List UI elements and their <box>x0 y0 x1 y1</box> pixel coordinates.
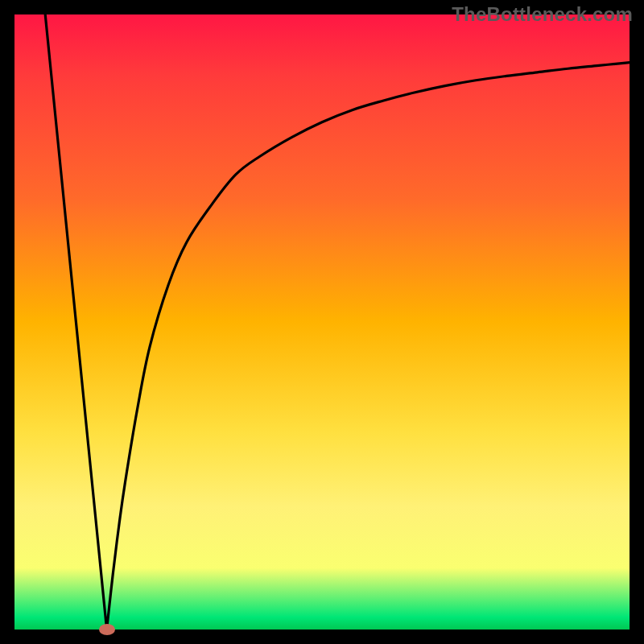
gradient-plot-area <box>14 14 630 630</box>
bottleneck-curve <box>14 14 630 630</box>
watermark-text: TheBottleneck.com <box>452 3 633 26</box>
chart-frame: TheBottleneck.com <box>0 0 644 644</box>
curve-path <box>45 14 630 630</box>
optimum-marker <box>99 624 115 635</box>
